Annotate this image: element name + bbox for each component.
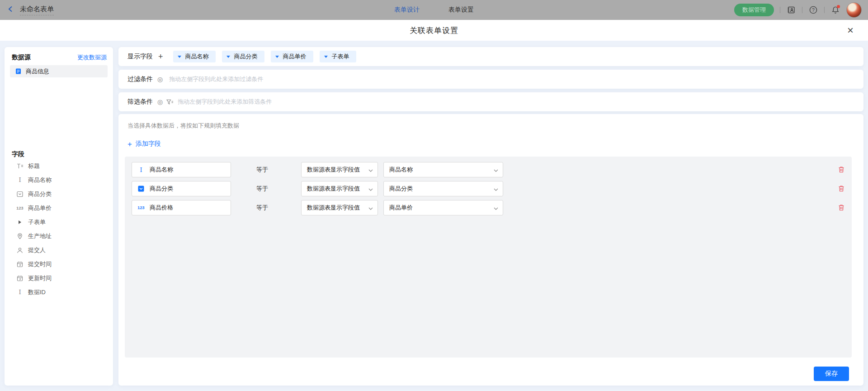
add-display-field-button[interactable]: + — [158, 52, 163, 61]
rule-field-label: 商品分类 — [150, 185, 173, 193]
dialog-header: 关联表单设置 × — [0, 20, 868, 41]
field-item-label: 提交人 — [28, 246, 46, 254]
plus-icon: + — [127, 140, 132, 148]
topbar-tabs: 表单设计 表单设置 — [394, 0, 474, 20]
add-field-link[interactable]: + 添加字段 — [127, 140, 161, 148]
rule-value-dropdown[interactable]: 商品分类 — [383, 181, 503, 196]
screen-condition-row: 筛选条件 ◎ 拖动左侧字段到此处来添加筛选条件 — [118, 92, 863, 111]
dropdown-value: 数据源表显示字段值 — [307, 166, 360, 174]
rule-value-dropdown[interactable]: 商品单价 — [383, 200, 503, 215]
display-field-tags: 商品名称 商品分类 商品单价 子表单 — [173, 51, 356, 62]
back-button[interactable] — [7, 5, 14, 14]
display-field-tag[interactable]: 子表单 — [320, 51, 356, 62]
field-item-submitter[interactable]: 提交人 — [16, 243, 108, 257]
field-item-label: 标题 — [28, 162, 40, 170]
data-manage-button[interactable]: 数据管理 — [734, 4, 774, 16]
contact-card-icon[interactable] — [786, 5, 796, 15]
filter-condition-label: 过滤条件 — [127, 75, 153, 83]
change-datasource-link[interactable]: 更改数据源 — [77, 53, 107, 62]
tag-label: 子表单 — [332, 52, 349, 61]
rule-field-label: 商品价格 — [150, 204, 173, 212]
svg-text:?: ? — [812, 7, 815, 13]
delete-rule-button[interactable] — [838, 204, 845, 211]
text-field-icon: I — [16, 289, 24, 296]
field-item-data-id[interactable]: I 数据ID — [16, 285, 108, 299]
triangle-down-icon — [324, 56, 328, 58]
rule-value-dropdown[interactable]: 商品名称 — [383, 162, 503, 177]
help-bullseye-icon[interactable]: ◎ — [157, 76, 163, 82]
tab-form-design[interactable]: 表单设计 — [394, 6, 420, 14]
triangle-down-icon — [275, 56, 279, 58]
display-field-tag[interactable]: 商品分类 — [222, 51, 264, 62]
display-fields-label: 显示字段 — [127, 52, 153, 61]
display-field-tag[interactable]: 商品单价 — [271, 51, 313, 62]
rules-panel: I 商品名称 等于 数据源表显示字段值 商品名称 — [125, 157, 852, 358]
dropdown-value: 商品单价 — [389, 204, 413, 212]
divider — [780, 7, 780, 13]
rule-row: I 商品名称 等于 数据源表显示字段值 商品名称 — [132, 162, 845, 177]
tag-label: 商品单价 — [283, 52, 307, 61]
fields-list: 标题 I 商品名称 商品分类 123 商品单价 子表单 — [16, 159, 108, 299]
field-item-label: 子表单 — [28, 218, 46, 226]
field-item-update-time[interactable]: 更新时间 — [16, 271, 108, 285]
chevron-down-icon — [494, 186, 498, 192]
field-item-label: 提交时间 — [28, 260, 52, 268]
field-item-product-name[interactable]: I 商品名称 — [16, 173, 108, 187]
display-field-tag[interactable]: 商品名称 — [173, 51, 216, 62]
text-field-icon: I — [137, 166, 145, 173]
chevron-down-icon — [368, 205, 373, 211]
rule-operator: 等于 — [256, 181, 268, 196]
form-title[interactable]: 未命名表单 — [20, 5, 54, 15]
filter-condition-row: 过滤条件 ◎ 拖动左侧字段到此处来添加过滤条件 — [118, 70, 863, 89]
save-button[interactable]: 保存 — [814, 367, 849, 381]
rule-source-dropdown[interactable]: 数据源表显示字段值 — [301, 162, 378, 177]
tab-form-settings[interactable]: 表单设置 — [448, 6, 474, 14]
heading-icon — [16, 162, 24, 170]
screen-condition-label: 筛选条件 — [127, 98, 153, 106]
location-field-icon — [16, 233, 24, 240]
notifications-bell-icon[interactable] — [830, 5, 840, 15]
topbar-left: 未命名表单 — [7, 0, 54, 20]
notification-badge — [837, 5, 840, 8]
select-field-icon — [16, 191, 24, 198]
datasource-item-label: 商品信息 — [26, 67, 49, 76]
chevron-down-icon — [494, 205, 498, 211]
datasource-header: 数据源 更改数据源 — [12, 53, 107, 62]
datasource-item[interactable]: 商品信息 — [10, 65, 108, 77]
filter-condition-dropzone[interactable]: 拖动左侧字段到此处来添加过滤条件 — [169, 75, 854, 83]
filter-funnel-icon — [166, 99, 174, 105]
datasource-sidebar: 数据源 更改数据源 商品信息 字段 标题 I 商品名称 — [5, 47, 113, 386]
field-item-label: 商品单价 — [28, 204, 52, 212]
rule-source-dropdown[interactable]: 数据源表显示字段值 — [301, 181, 378, 196]
close-icon[interactable]: × — [847, 25, 854, 36]
field-item-submit-time[interactable]: 提交时间 — [16, 257, 108, 271]
help-bullseye-icon[interactable]: ◎ — [157, 99, 163, 105]
rule-field-label: 商品名称 — [150, 166, 173, 174]
delete-rule-button[interactable] — [838, 185, 845, 192]
rule-field-selector[interactable]: I 商品名称 — [132, 162, 231, 177]
rule-source-dropdown[interactable]: 数据源表显示字段值 — [301, 200, 378, 215]
rule-field-selector[interactable]: 商品分类 — [132, 181, 231, 196]
text-field-icon: I — [16, 176, 24, 184]
user-avatar[interactable] — [846, 2, 862, 18]
rule-field-selector[interactable]: 123 商品价格 — [132, 200, 231, 215]
tag-label: 商品名称 — [185, 52, 209, 61]
help-circle-icon[interactable]: ? — [808, 5, 818, 15]
field-item-product-category[interactable]: 商品分类 — [16, 187, 108, 201]
dropdown-value: 数据源表显示字段值 — [307, 185, 360, 193]
field-item-title[interactable]: 标题 — [16, 159, 108, 173]
field-item-product-price[interactable]: 123 商品单价 — [16, 201, 108, 215]
screen: 未命名表单 表单设计 表单设置 数据管理 ? — [0, 0, 868, 391]
delete-rule-button[interactable] — [838, 166, 845, 173]
select-field-icon — [137, 185, 145, 192]
topbar-right: 数据管理 ? — [734, 0, 862, 20]
field-item-subform[interactable]: 子表单 — [16, 215, 108, 229]
display-fields-row: 显示字段 + 商品名称 商品分类 商品单价 子表单 — [118, 47, 863, 66]
field-item-production-address[interactable]: 生产地址 — [16, 229, 108, 243]
chevron-down-icon — [368, 186, 373, 192]
triangle-down-icon — [226, 56, 230, 58]
dropdown-value: 商品分类 — [389, 185, 413, 193]
field-item-label: 商品分类 — [28, 190, 52, 198]
form-doc-icon — [14, 68, 22, 75]
screen-condition-dropzone[interactable]: 拖动左侧字段到此处来添加筛选条件 — [178, 98, 854, 106]
